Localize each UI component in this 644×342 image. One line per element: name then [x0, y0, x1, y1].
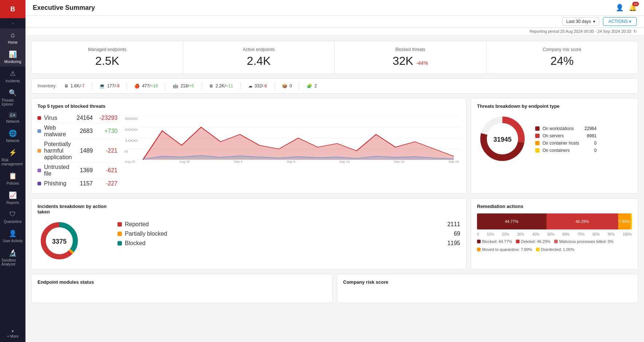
sidebar-item-policies[interactable]: 📋 Policies [0, 169, 25, 188]
inventory-icon-1: 💻 [99, 83, 105, 89]
inventory-divider-7 [299, 82, 299, 90]
sidebar-item-quarantine[interactable]: 🛡 Quarantine [0, 208, 25, 227]
rem-legend-label-1: Deleted: 46.29% [521, 239, 550, 244]
main-content: Executive Summary 👤 🔔 44 Last 30 days ▾ … [25, 0, 644, 342]
threat-count-2: 1489 [75, 148, 93, 154]
app-logo: B [0, 0, 25, 18]
bell-icon[interactable]: 🔔 44 [629, 4, 637, 12]
company-risk-title: Company risk score [343, 279, 632, 285]
threat-name-4: Phishing [44, 180, 72, 187]
sidebar-item-sandbox-analyzer[interactable]: 🔬 Sandbox Analyzer [0, 246, 25, 269]
sidebar-item-network[interactable]: 🌐 Network [0, 126, 25, 146]
legend-item-servers: On servers 8981 [535, 133, 597, 138]
user-icon[interactable]: 👤 [616, 4, 624, 12]
sidebar-more-btn[interactable]: ▼ + More [0, 326, 25, 342]
sidebar-item-user-activity[interactable]: 👤 User Activity [0, 227, 25, 246]
stat-value-managed: 2.5K [95, 54, 119, 68]
rem-legend-4: Disinfected: 1.05% [536, 247, 575, 252]
inventory-item-3: 🤖 218/+5 [173, 83, 194, 89]
sidebar-item-risk-management[interactable]: ⚡ Risk management [0, 146, 25, 169]
svg-text:2000: 2000 [125, 128, 138, 131]
incidents-legend-area: Reported 2111 Partially blocked 69 Block… [118, 204, 460, 264]
legend-color-containers [535, 148, 540, 153]
sidebar-item-label: Sandbox Analyzer [1, 258, 24, 266]
header: Executive Summary 👤 🔔 44 [25, 0, 644, 16]
rem-legend-label-0: Blocked: 44.77% [482, 239, 512, 244]
threats-breakdown-title: Threats breakdown by endpoint type [477, 103, 632, 109]
inventory-val-1: 177/-9 [107, 83, 119, 89]
rem-seg-deleted: 46.29% [546, 213, 618, 229]
sidebar-item-network-ea[interactable]: EA Network [0, 109, 25, 126]
threat-count-1: 2683 [75, 128, 93, 134]
threat-color-0 [37, 116, 41, 120]
stat-label-risk: Company risk score [543, 47, 581, 52]
sidebar-item-label: Network [6, 119, 20, 123]
incidents-content: 3375 [37, 219, 110, 264]
inc-color-partial [118, 232, 122, 236]
legend-name-containers: On containers [542, 148, 579, 153]
chart-label-1: Aug 30 [179, 160, 190, 164]
svg-marker-9 [143, 127, 454, 160]
sidebar-item-monitoring[interactable]: 📊 Monitoring [0, 47, 25, 67]
stat-card-managed: Managed endpoints 2.5K [32, 41, 183, 74]
reports-icon: 📈 [9, 191, 17, 199]
inventory-item-7: 🧩 2 [307, 83, 317, 89]
threat-row-3: Untrusted file 1369 -621 [37, 162, 118, 179]
stat-card-blocked: Blocked threats 32K -44% [335, 41, 486, 74]
endpoint-modules-title: Endpoint modules status [37, 279, 326, 285]
threat-row-1: Web malware 2683 +730 [37, 123, 118, 139]
sparkline-chart: 3000 2000 1000 0 [123, 116, 460, 188]
remediation-legend: Blocked: 44.77% Deleted: 46.29% Maliciou… [477, 239, 632, 252]
period-select[interactable]: Last 30 days ▾ [562, 17, 599, 26]
sidebar-item-label: Risk management [1, 158, 24, 166]
sidebar-expand-btn[interactable]: › [0, 18, 25, 28]
stat-label-active: Active endpoints [243, 47, 275, 52]
incidents-left: Incidents breakdown by action taken [37, 204, 110, 264]
rem-seg-quarantine: 7.89% [618, 213, 631, 229]
sidebar-item-reports[interactable]: 📈 Reports [0, 188, 25, 208]
threat-color-1 [37, 129, 41, 133]
threats-icon: 🔍 [9, 89, 17, 97]
network-icon: 🌐 [9, 129, 17, 137]
rem-axis-100: 100% [623, 232, 632, 236]
inventory-val-7: 2 [314, 83, 317, 89]
endpoint-modules-panel: Endpoint modules status [31, 274, 333, 303]
risk-icon: ⚡ [9, 149, 17, 157]
actions-button[interactable]: ACTIONS ▾ [603, 17, 637, 26]
inventory-icon-0: 🖥 [64, 83, 68, 89]
threats-breakdown-panel: Threats breakdown by endpoint type 31945 [471, 98, 638, 194]
rem-axis-70: 70% [577, 232, 585, 236]
rem-axis-30: 30% [517, 232, 524, 236]
inventory-val-6: 0 [290, 83, 292, 89]
reporting-period-text: Reporting period 25 Aug 2024 00:00 - 24 … [529, 29, 631, 34]
monitoring-icon: 📊 [9, 50, 17, 58]
inventory-label: Inventory: [37, 83, 57, 89]
inventory-icon-4: 🖥 [209, 83, 213, 89]
threats-content: Virus 24164 -23293 Web malware 2683 +730 [37, 113, 460, 188]
sidebar-item-home[interactable]: ⌂ Home [0, 28, 25, 47]
rem-seg-blocked: 44.77% [477, 213, 546, 229]
sidebar-item-incidents[interactable]: ⚠ Incidents [0, 67, 25, 86]
rem-axis-60: 60% [562, 232, 569, 236]
refresh-icon[interactable]: ↻ [633, 29, 637, 34]
inventory-icon-2: 🍎 [134, 83, 140, 89]
threat-delta-1: +730 [96, 128, 118, 134]
stat-value-risk: 24% [550, 54, 574, 68]
network-ea-icon: EA [9, 112, 17, 118]
inventory-divider-4 [201, 82, 202, 90]
notification-count: 44 [632, 2, 639, 6]
policies-icon: 📋 [9, 172, 17, 180]
more-label: + More [7, 334, 18, 338]
rem-axis-40: 40% [532, 232, 539, 236]
sidebar-item-threats-xplorer[interactable]: 🔍 Threats Xplorer [0, 86, 25, 109]
bottom-panels-row: Endpoint modules status Company risk sco… [31, 274, 638, 303]
inventory-item-2: 🍎 477/+16 [134, 83, 158, 89]
stat-value-blocked: 32K -44% [393, 54, 428, 68]
inventory-val-2: 477/+16 [142, 83, 158, 89]
inventory-icon-7: 🧩 [307, 83, 312, 89]
stat-value-active: 2.4K [247, 54, 271, 68]
rem-legend-1: Deleted: 46.29% [516, 239, 550, 244]
rem-seg-disinfected [631, 213, 632, 229]
threat-delta-0: -23293 [96, 115, 118, 121]
sidebar-item-label: Home [8, 40, 18, 44]
